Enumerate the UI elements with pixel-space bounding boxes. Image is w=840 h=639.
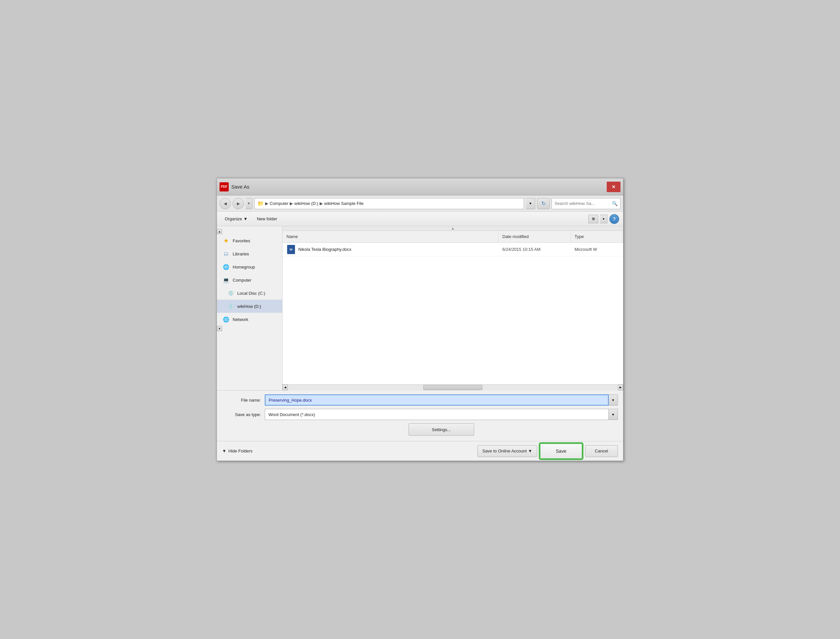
local-disc-icon: 💿 [227, 289, 234, 297]
file-list-header: Name Date modified Type [282, 231, 623, 243]
file-list-container: ▲ Name Date modified Type W [282, 226, 623, 390]
file-cell-date: 6/24/2015 10:15 AM [499, 243, 571, 256]
save-button[interactable]: Save [540, 443, 582, 459]
save-online-label: Save to Online Account [482, 448, 527, 453]
new-folder-button[interactable]: New folder [253, 214, 281, 224]
sidebar-homegroup-label: Homegroup [233, 265, 255, 270]
search-box: 🔍 [551, 198, 620, 209]
file-name-dropdown-button[interactable]: ▼ [609, 394, 618, 405]
sidebar-item-wikihow[interactable]: 💿 wikiHow (D:) [217, 300, 282, 313]
title-bar: PDF Save As ✕ [217, 178, 623, 196]
address-path[interactable]: 📁 ▶ Computer ▶ wikiHow (D:) ▶ wikiHow Sa… [254, 198, 524, 209]
file-list: W Nikola Tesla Biography.docx 6/24/2015 … [282, 243, 623, 384]
path-folder: wikiHow Sample File [324, 201, 363, 206]
file-cell-type: Microsoft W [571, 243, 623, 256]
path-dropdown-icon: ▼ [529, 202, 532, 205]
sidebar-scroll-up[interactable]: ▲ [217, 229, 222, 234]
file-cell-name: W Nikola Tesla Biography.docx [282, 243, 499, 256]
refresh-button[interactable]: ↻ [537, 198, 550, 209]
file-name-label: File name: [222, 398, 265, 403]
h-scroll-thumb[interactable] [423, 385, 482, 390]
app-icon: PDF [220, 182, 229, 191]
sidebar-item-libraries[interactable]: 🗂 Libraries [217, 247, 282, 260]
file-date: 6/24/2015 10:15 AM [502, 247, 540, 252]
view-button[interactable]: ⊞ [588, 215, 598, 223]
view-dropdown-button[interactable]: ▼ [600, 215, 607, 223]
dialog-title: Save As [231, 184, 249, 189]
nav-dropdown-icon: ▼ [247, 202, 251, 205]
toolbar-left: Organize ▼ New folder [221, 214, 281, 224]
file-name: Nikola Tesla Biography.docx [298, 247, 351, 252]
address-bar: ◀ ▶ ▼ 📁 ▶ Computer ▶ wikiHow (D:) ▶ wiki… [217, 196, 623, 212]
refresh-icon: ↻ [541, 200, 546, 207]
back-button[interactable]: ◀ [220, 198, 231, 209]
docx-icon: W [287, 245, 295, 254]
h-scroll-right-button[interactable]: ▶ [618, 385, 623, 391]
h-scroll-track[interactable] [288, 385, 618, 391]
hide-folders-arrow-icon: ▼ [222, 448, 226, 453]
network-icon: 🌐 [222, 315, 230, 323]
search-icon[interactable]: 🔍 [612, 201, 617, 206]
wikihow-drive-icon: 💿 [227, 302, 234, 310]
forward-button[interactable]: ▶ [233, 198, 244, 209]
file-icon: W [287, 245, 296, 254]
footer-right: Save to Online Account ▼ Save Cancel [477, 443, 618, 459]
save-as-dialog: PDF Save As ✕ ◀ ▶ ▼ 📁 ▶ Computer ▶ wikiH… [217, 178, 623, 461]
col-header-date[interactable]: Date modified [499, 231, 571, 242]
libraries-icon: 🗂 [222, 250, 230, 258]
sidebar-libraries-label: Libraries [233, 251, 249, 256]
h-scroll-left-button[interactable]: ◀ [282, 385, 288, 391]
sidebar-item-computer[interactable]: 💻 Computer [217, 273, 282, 286]
save-as-type-dropdown-button[interactable]: ▼ [609, 409, 618, 420]
cancel-button[interactable]: Cancel [585, 445, 618, 457]
file-name-row: File name: ▼ [222, 394, 618, 405]
title-bar-left: PDF Save As [220, 182, 249, 191]
main-content: ▲ ★ Favorites 🗂 Libraries 🌐 Homegroup 💻 … [217, 226, 623, 390]
footer: ▼ Hide Folders Save to Online Account ▼ … [217, 441, 623, 461]
sidebar-network-label: Network [233, 317, 249, 322]
collapse-handle[interactable]: ▲ [282, 226, 623, 231]
bottom-section: File name: ▼ Save as type: ▼ Settings... [217, 390, 623, 441]
sidebar: ▲ ★ Favorites 🗂 Libraries 🌐 Homegroup 💻 … [217, 226, 282, 390]
table-row[interactable]: W Nikola Tesla Biography.docx 6/24/2015 … [282, 243, 623, 256]
view-dropdown-icon: ▼ [602, 217, 605, 221]
path-drive: wikiHow (D:) [294, 201, 318, 206]
file-name-input[interactable] [265, 394, 609, 405]
settings-button[interactable]: Settings... [408, 423, 474, 436]
sidebar-item-network[interactable]: 🌐 Network [217, 313, 282, 326]
close-button[interactable]: ✕ [607, 182, 620, 192]
organize-button[interactable]: Organize ▼ [221, 214, 252, 224]
sidebar-favorites-label: Favorites [233, 238, 250, 243]
save-online-button[interactable]: Save to Online Account ▼ [477, 445, 537, 457]
help-button[interactable]: ? [609, 214, 619, 224]
sidebar-computer-label: Computer [233, 278, 251, 283]
path-computer: Computer [270, 201, 289, 206]
col-header-name[interactable]: Name [282, 231, 499, 242]
save-as-type-label: Save as type: [222, 412, 265, 417]
sidebar-local-disc-label: Local Disc (C:) [237, 291, 265, 296]
organize-arrow-icon: ▼ [244, 216, 248, 221]
nav-dropdown-button[interactable]: ▼ [246, 198, 252, 209]
hide-folders-label: Hide Folders [228, 448, 253, 453]
sidebar-scroll-down[interactable]: ▼ [217, 326, 222, 331]
sidebar-item-favorites[interactable]: ★ Favorites [217, 234, 282, 247]
sidebar-item-local-disc[interactable]: 💿 Local Disc (C:) [217, 286, 282, 300]
hide-folders-button[interactable]: ▼ Hide Folders [222, 448, 253, 453]
forward-icon: ▶ [237, 201, 240, 206]
save-as-type-input[interactable] [265, 409, 609, 420]
col-header-type[interactable]: Type [571, 231, 623, 242]
sidebar-item-homegroup[interactable]: 🌐 Homegroup [217, 260, 282, 273]
collapse-arrow-icon: ▲ [451, 227, 454, 230]
settings-row: Settings... [265, 423, 618, 436]
search-input[interactable] [555, 201, 610, 206]
horizontal-scrollbar: ◀ ▶ [282, 384, 623, 390]
path-dropdown-button[interactable]: ▼ [526, 198, 535, 209]
view-icon: ⊞ [592, 217, 595, 221]
sidebar-wikihow-label: wikiHow (D:) [237, 304, 261, 309]
toolbar-right: ⊞ ▼ ? [588, 214, 619, 224]
favorites-icon: ★ [222, 237, 230, 245]
back-icon: ◀ [224, 201, 227, 206]
save-as-type-row: Save as type: ▼ [222, 409, 618, 420]
homegroup-icon: 🌐 [222, 263, 230, 271]
file-type: Microsoft W [575, 247, 597, 252]
